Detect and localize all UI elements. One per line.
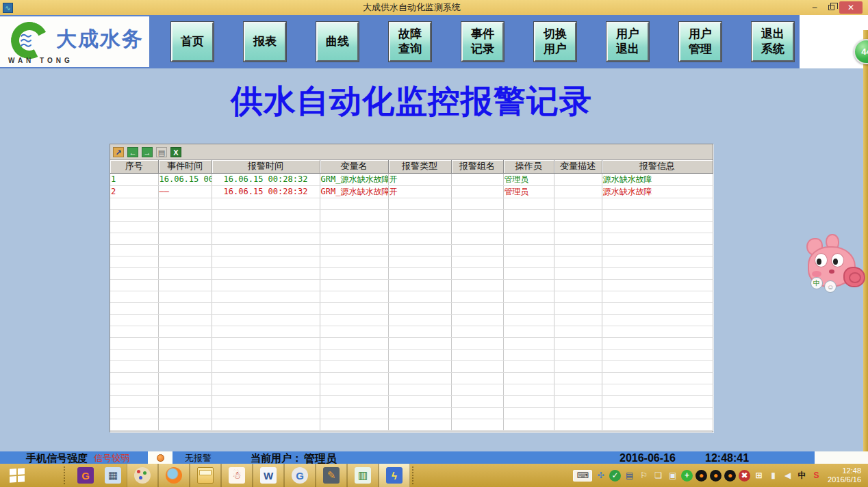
open-record-icon[interactable]: ↗	[113, 147, 124, 157]
column-header[interactable]: 报警类型	[388, 160, 451, 173]
qq-penguin-icon[interactable]: ●	[710, 470, 722, 482]
table-row[interactable]	[110, 267, 713, 279]
table-row[interactable]	[110, 233, 713, 244]
foxit-pdf-icon[interactable]: G	[72, 464, 99, 487]
page-prev-icon[interactable]: ←	[127, 147, 138, 157]
excel-export-icon[interactable]: X	[170, 147, 181, 157]
stack-icon[interactable]: ❏	[652, 470, 664, 482]
file-explorer-icon[interactable]	[190, 464, 221, 487]
table-cell	[388, 221, 451, 233]
column-header[interactable]: 序号	[110, 160, 158, 173]
red-alert-icon[interactable]: ✖	[739, 470, 750, 482]
pinwheel-icon[interactable]: ✣	[595, 470, 607, 482]
green-plus-icon[interactable]: +	[681, 470, 693, 482]
table-row[interactable]	[110, 209, 713, 221]
table-cell	[602, 326, 713, 337]
table-row[interactable]	[110, 244, 713, 256]
column-header[interactable]: 事件时间	[158, 160, 212, 173]
table-row[interactable]	[110, 372, 713, 384]
table-cell	[110, 384, 158, 395]
plc-cabinet-icon[interactable]: ▥	[347, 464, 379, 487]
nav-button-curve[interactable]: 曲线	[316, 22, 359, 62]
gear-icon[interactable]: G	[284, 464, 316, 487]
table-row[interactable]: 116.06.15 0016.06.15 00:28:32GRM_源水缺水故障开…	[110, 173, 713, 185]
table-row[interactable]	[110, 360, 713, 372]
qq-penguin-icon[interactable]: ●	[724, 470, 736, 482]
touch-keyboard-icon[interactable]: ⌨	[573, 470, 592, 482]
table-cell	[158, 349, 212, 360]
column-header[interactable]: 变量名	[320, 160, 388, 173]
column-header[interactable]: 报警信息	[602, 160, 713, 173]
table-row[interactable]	[110, 221, 713, 233]
schedule-icon[interactable]: ▤	[624, 470, 635, 482]
table-cell	[503, 314, 554, 326]
nav-button-event-record[interactable]: 事件记录	[461, 22, 504, 62]
nav-button-home[interactable]: 首页	[171, 22, 214, 62]
taskbar-grip[interactable]	[412, 466, 418, 484]
taskbar-clock[interactable]: 12:48 2016/6/16	[828, 466, 861, 484]
table-row[interactable]	[110, 349, 713, 360]
start-button[interactable]	[0, 464, 34, 487]
shield-icon[interactable]: ✓	[609, 470, 621, 482]
table-cell	[110, 279, 158, 291]
table-row[interactable]	[110, 314, 713, 326]
table-cell	[554, 244, 602, 256]
mascot-badge-2[interactable]: ☺	[824, 280, 837, 293]
table-cell	[212, 349, 320, 360]
calculator-icon[interactable]: ▦	[99, 464, 127, 487]
qq-penguin-icon[interactable]: ●	[695, 470, 707, 482]
table-row[interactable]	[110, 326, 713, 337]
flag-icon[interactable]: ⚐	[638, 470, 650, 482]
network-icon[interactable]: ▣	[667, 470, 678, 482]
table-cell	[388, 326, 451, 337]
minimize-button[interactable]: –	[806, 1, 823, 14]
nav-button-report[interactable]: 报表	[244, 22, 286, 62]
nav-button-switch-user[interactable]: 切换用户	[534, 22, 576, 62]
table-row[interactable]	[110, 256, 713, 267]
word-icon[interactable]: W	[253, 464, 284, 487]
table-row[interactable]	[110, 302, 713, 314]
nav-button-user-manage[interactable]: 用户管理	[679, 22, 722, 62]
table-row[interactable]	[110, 337, 713, 349]
scada-runtime-icon[interactable]: ϟ	[379, 464, 410, 487]
mascot-badge-zh[interactable]: 中	[810, 277, 823, 289]
print-icon[interactable]: ▤	[156, 147, 167, 157]
paint-icon[interactable]	[127, 464, 158, 487]
column-header[interactable]: 变量描述	[554, 160, 602, 173]
firefox-icon[interactable]	[158, 464, 190, 487]
close-button[interactable]: ✕	[839, 1, 863, 14]
power-icon[interactable]: ▮	[767, 470, 779, 482]
nav-button-user-logout[interactable]: 用户退出	[607, 22, 649, 62]
volume-icon[interactable]: ◀	[782, 470, 793, 482]
table-row[interactable]	[110, 291, 713, 302]
input-method-mascot[interactable]: 中 ☺	[805, 238, 868, 293]
page-next-icon[interactable]: →	[142, 147, 153, 157]
360-safe-icon[interactable]	[34, 464, 62, 487]
table-cell	[388, 314, 451, 326]
windows-tray-icon[interactable]: ⊞	[753, 470, 765, 482]
table-cell	[554, 407, 602, 419]
screen-editor-icon[interactable]: ✎	[316, 464, 347, 487]
table-cell	[388, 407, 451, 419]
table-row[interactable]	[110, 419, 713, 430]
nav-button-fault-query[interactable]: 故障查询	[389, 22, 431, 62]
input-language-indicator[interactable]: 中	[796, 470, 808, 482]
sogou-icon[interactable]: S	[810, 470, 822, 482]
table-row[interactable]: 2——16.06.15 00:28:32GRM_源水缺水故障开管理员源水缺水故障	[110, 185, 713, 198]
taskbar-grip[interactable]	[64, 466, 70, 484]
column-header[interactable]: 报警时间	[212, 160, 320, 173]
column-header[interactable]: 操作员	[503, 160, 554, 173]
table-row[interactable]	[110, 384, 713, 395]
table-row[interactable]	[110, 198, 713, 209]
status-right-panel	[815, 451, 868, 464]
table-row[interactable]	[110, 407, 713, 419]
table-row[interactable]	[110, 279, 713, 291]
table-row[interactable]	[110, 395, 713, 407]
nav-button-exit-system[interactable]: 退出系统	[752, 22, 794, 62]
column-header[interactable]: 报警组名	[451, 160, 503, 173]
alarm-bell-icon	[157, 454, 164, 462]
company-logo: 〜〜〜 大成水务 WAN TONG	[0, 16, 149, 67]
table-cell	[110, 419, 158, 430]
restore-button[interactable]	[823, 1, 839, 14]
santa-chat-icon[interactable]: ☃	[221, 464, 253, 487]
